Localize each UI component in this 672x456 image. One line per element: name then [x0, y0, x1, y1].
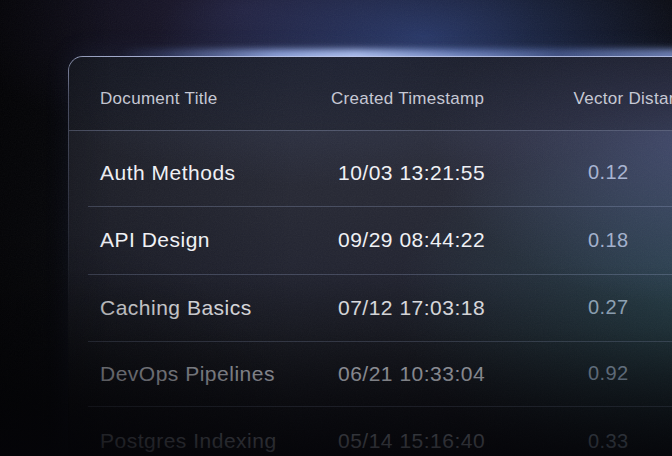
table-row[interactable]: API Design 09/29 08:44:22 0.18: [69, 206, 672, 274]
table-row[interactable]: Caching Basics 07/12 17:03:18 0.27: [69, 274, 672, 341]
documents-table-card: Document Title Created Timestamp Vector …: [68, 56, 672, 456]
cell-created-timestamp: 09/29 08:44:22: [338, 228, 588, 252]
table-header-row: Document Title Created Timestamp Vector …: [69, 57, 672, 131]
cell-created-timestamp: 07/12 17:03:18: [338, 296, 588, 320]
cell-vector-distance: 0.27: [588, 296, 672, 319]
cell-vector-distance: 0.33: [588, 430, 672, 453]
cell-document-title: Postgres Indexing: [100, 429, 338, 453]
cell-document-title: DevOps Pipelines: [100, 362, 338, 386]
table-body: Auth Methods 10/03 13:21:55 0.12 API Des…: [69, 131, 672, 456]
cell-created-timestamp: 10/03 13:21:55: [338, 161, 588, 185]
cell-vector-distance: 0.18: [588, 229, 672, 252]
cell-document-title: Caching Basics: [100, 296, 338, 320]
table-row[interactable]: Postgres Indexing 05/14 15:16:40 0.33: [69, 406, 672, 456]
cell-created-timestamp: 06/21 10:33:04: [338, 362, 588, 386]
column-header-document-title: Document Title: [100, 89, 331, 109]
cell-document-title: Auth Methods: [100, 161, 338, 185]
table-row[interactable]: Auth Methods 10/03 13:21:55 0.12: [69, 131, 672, 206]
column-header-vector-distance: Vector Distance: [573, 89, 672, 109]
column-header-created-timestamp: Created Timestamp: [331, 89, 574, 109]
table-row[interactable]: DevOps Pipelines 06/21 10:33:04 0.92: [69, 341, 672, 406]
backdrop: Document Title Created Timestamp Vector …: [0, 0, 672, 456]
cell-vector-distance: 0.92: [588, 362, 672, 385]
cell-vector-distance: 0.12: [588, 161, 672, 184]
cell-document-title: API Design: [100, 228, 338, 252]
cell-created-timestamp: 05/14 15:16:40: [338, 429, 588, 453]
